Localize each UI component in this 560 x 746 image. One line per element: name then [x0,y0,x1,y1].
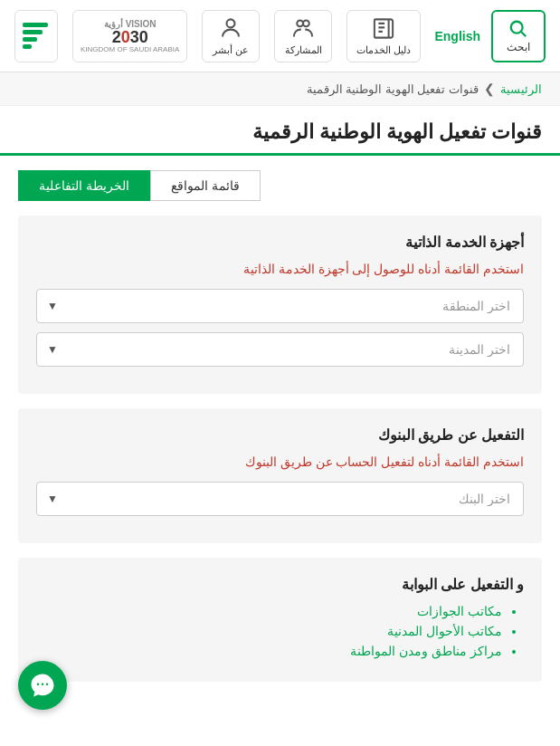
about-label: عن أبشر [213,44,249,56]
header: ابحث English دليل الخدمات المشاركة [0,0,560,72]
header-right: دليل الخدمات المشاركة عن أبشر VISION أرؤ… [14,10,421,62]
breadcrumb: الرئيسية ❯ قنوات تفعيل الهوية الوطنية ال… [0,72,560,106]
banks-desc: استخدم القائمة أدناه لتفعيل الحساب عن طر… [36,454,524,469]
svg-point-7 [42,684,44,686]
person-icon [218,16,243,41]
svg-point-8 [46,684,49,686]
self-service-desc: استخدم القائمة أدناه للوصول إلى أجهزة ال… [36,262,524,276]
tab-list[interactable]: قائمة المواقع [150,170,261,201]
page-title: قنوات تفعيل الهوية الوطنية الرقمية [18,120,542,144]
main-content: أجهزة الخدمة الذاتية استخدم القائمة أدنا… [0,215,560,700]
vision-text: VISION أرؤية [104,19,157,29]
svg-point-4 [303,20,309,26]
city-select[interactable]: اختر المدينة [36,332,524,367]
vision-sub: KINGDOM OF SAUDI ARABIA [81,45,179,53]
chat-icon [29,672,56,699]
search-label: ابحث [507,41,530,53]
portal-list: مكاتب الجوازات مكاتب الأحوال المدنية مرا… [36,604,524,658]
region-select-wrapper: اختر المنطقة ▼ [36,289,524,323]
svg-point-3 [298,20,304,26]
list-item[interactable]: مكاتب الجوازات [36,604,502,618]
tabs-row: قائمة المواقع الخريطة التفاعلية [0,156,560,201]
participation-label: المشاركة [285,44,322,56]
header-left: ابحث English [434,10,546,62]
svg-point-6 [37,684,40,686]
search-button[interactable]: ابحث [491,10,546,62]
svg-point-0 [511,21,523,33]
book-icon [371,16,396,41]
portal-section: و التفعيل على البوابة مكاتب الجوازات مكا… [18,558,542,682]
participation-icon [290,16,316,41]
search-icon [508,19,529,39]
vision-logo: VISION أرؤية 2030 KINGDOM OF SAUDI ARABI… [72,10,187,62]
bar-3 [23,37,37,42]
breadcrumb-home[interactable]: الرئيسية [500,82,542,96]
about-button[interactable]: عن أبشر [202,10,260,62]
banks-title: التفعيل عن طريق البنوك [36,426,524,444]
bar-1 [23,23,48,27]
banks-section: التفعيل عن طريق البنوك استخدم القائمة أد… [18,408,542,543]
services-guide-button[interactable]: دليل الخدمات [346,10,421,62]
city-select-wrapper: اختر المدينة ▼ [36,332,524,367]
tab-map[interactable]: الخريطة التفاعلية [18,170,150,201]
svg-point-5 [227,19,235,27]
list-item[interactable]: مراكز مناطق ومدن المواطنة [36,644,502,658]
bars-logo [14,10,58,62]
page-title-section: قنوات تفعيل الهوية الوطنية الرقمية [0,106,560,156]
svg-rect-2 [375,19,389,37]
participation-button[interactable]: المشاركة [274,10,332,62]
breadcrumb-separator: ❯ [484,81,495,96]
bar-4 [23,44,32,49]
bar-2 [23,30,43,34]
region-select[interactable]: اختر المنطقة [36,289,524,323]
bank-select-wrapper: اختر البنك ▼ [36,482,524,516]
self-service-title: أجهزة الخدمة الذاتية [36,234,524,251]
self-service-section: أجهزة الخدمة الذاتية استخدم القائمة أدنا… [18,215,542,394]
english-link[interactable]: English [434,29,480,43]
services-guide-label: دليل الخدمات [356,44,411,56]
list-item[interactable]: مكاتب الأحوال المدنية [36,624,502,638]
breadcrumb-current: قنوات تفعيل الهوية الوطنية الرقمية [307,82,479,96]
chat-button[interactable] [18,661,67,710]
portal-title: و التفعيل على البوابة [36,576,524,593]
vision-year: 2030 [112,29,148,45]
bank-select[interactable]: اختر البنك [36,482,524,516]
svg-line-1 [521,32,526,36]
